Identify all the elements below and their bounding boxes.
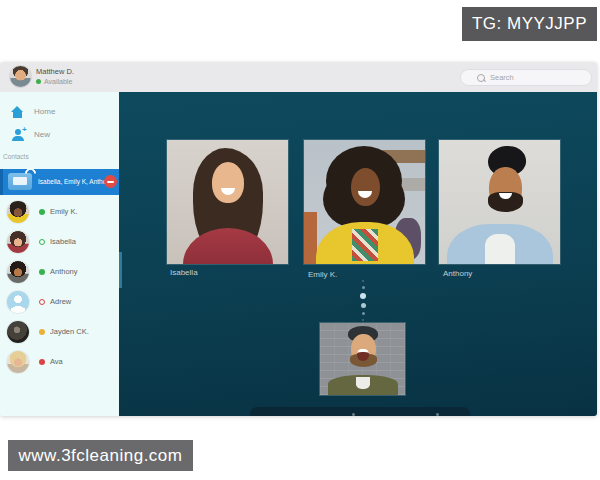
watermark-top-right: TG: MYYJJPP — [462, 7, 597, 41]
avatar — [7, 351, 29, 373]
user-name: Matthew D. — [36, 67, 74, 76]
presence-dot-icon — [39, 209, 45, 215]
sidebar-item-home-label: Home — [34, 107, 55, 116]
video-tile-emily[interactable] — [304, 140, 425, 264]
presence-dot-icon — [39, 359, 45, 365]
presence-dot-icon — [39, 329, 45, 335]
contact-row-isabella[interactable]: Isabella — [0, 227, 119, 257]
call-stage: Isabella Emily K. Anthony — [119, 92, 597, 416]
avatar — [7, 321, 29, 343]
participant-label: Isabella — [170, 268, 198, 277]
sidebar-item-home[interactable]: Home — [0, 103, 119, 123]
active-call-title: Isabella, Emily K, Anthony — [38, 178, 113, 185]
watermark-bottom-left: www.3fcleaning.com — [8, 440, 193, 471]
presence-dot-icon — [39, 239, 45, 245]
contact-name: Isabella — [50, 237, 76, 246]
avatar — [7, 231, 29, 253]
group-call-icon — [8, 173, 32, 190]
connector-dots — [359, 280, 367, 321]
contact-row-emily[interactable]: Emily K. — [0, 197, 119, 227]
search-placeholder: Search — [490, 73, 514, 82]
contact-name: Emily K. — [50, 207, 78, 216]
avatar — [7, 261, 29, 283]
contact-row-adrew[interactable]: Adrew — [0, 287, 119, 317]
app-window: Matthew D. Available Search Home New Con… — [0, 62, 597, 416]
contact-name: Anthony — [50, 267, 78, 276]
end-call-button[interactable] — [104, 175, 117, 188]
avatar — [7, 201, 29, 223]
call-control-icon[interactable] — [436, 413, 439, 416]
contact-row-jayden[interactable]: Jayden CK. — [0, 317, 119, 347]
self-view-tile[interactable] — [320, 323, 405, 395]
participant-label: Anthony — [443, 269, 472, 278]
contact-name: Jayden CK. — [50, 327, 89, 336]
user-presence: Available — [36, 78, 72, 85]
avatar — [7, 291, 29, 313]
search-icon — [477, 74, 485, 82]
contact-row-ava[interactable]: Ava — [0, 347, 119, 377]
video-tile-anthony[interactable] — [439, 140, 560, 264]
participant-label: Emily K. — [308, 270, 337, 279]
presence-dot-icon — [36, 79, 41, 84]
add-contact-icon — [12, 129, 24, 141]
sidebar-item-new[interactable]: New — [0, 126, 119, 146]
sidebar-item-new-label: New — [34, 130, 50, 139]
search-input[interactable]: Search — [460, 69, 592, 86]
user-avatar[interactable] — [10, 66, 31, 87]
watermark-top-right-text: TG: MYYJJPP — [472, 14, 587, 34]
panel-edge-tab[interactable] — [119, 252, 122, 288]
screenshot-canvas: TG: MYYJJPP Matthew D. Available Search … — [0, 0, 600, 480]
call-controls-bar[interactable] — [250, 407, 470, 416]
home-icon — [11, 106, 24, 119]
active-call-row[interactable]: Isabella, Emily K, Anthony — [0, 169, 122, 195]
contact-name: Ava — [50, 357, 63, 366]
watermark-bottom-left-text: www.3fcleaning.com — [19, 446, 183, 466]
video-tile-isabella[interactable] — [167, 140, 288, 264]
top-bar: Matthew D. Available Search — [0, 62, 597, 93]
call-control-icon[interactable] — [352, 413, 355, 416]
presence-dot-icon — [39, 299, 45, 305]
sidebar: Home New Contacts Isabella, Emily K, Ant… — [0, 92, 120, 416]
handset-icon — [23, 166, 39, 182]
contact-row-anthony[interactable]: Anthony — [0, 257, 119, 287]
presence-dot-icon — [39, 269, 45, 275]
contact-name: Adrew — [50, 297, 71, 306]
contacts-header: Contacts — [3, 153, 29, 160]
user-status: Available — [44, 78, 72, 85]
